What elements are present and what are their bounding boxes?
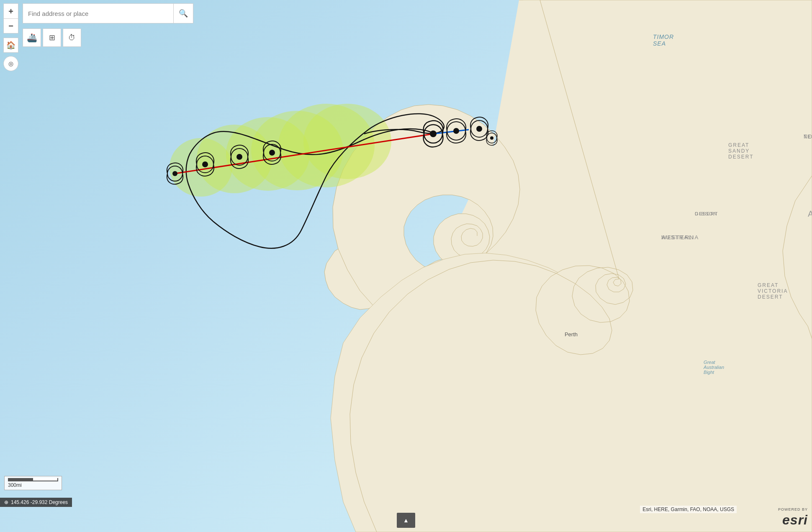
compass-icon: ◎ bbox=[8, 60, 13, 67]
search-input[interactable] bbox=[23, 3, 173, 23]
add-layer-button[interactable]: 🚢 bbox=[23, 28, 41, 47]
zoom-controls: + − bbox=[3, 3, 18, 33]
coordinates-icon: ⊕ bbox=[4, 499, 8, 505]
basemap-icon: ⊞ bbox=[49, 33, 55, 42]
expand-button[interactable]: ▲ bbox=[397, 513, 415, 528]
time-button[interactable]: ⏱ bbox=[63, 28, 81, 47]
coordinates-bar: ⊕ 145.426 -29.932 Degrees bbox=[0, 498, 72, 507]
zoom-in-button[interactable]: + bbox=[3, 3, 18, 18]
search-bar: 🔍 bbox=[23, 3, 193, 23]
map-background bbox=[0, 0, 812, 532]
toolbar: + − 🔍 🚢 ⊞ ⏱ 🏠 ◎ bbox=[0, 0, 7, 7]
search-icon: 🔍 bbox=[179, 9, 188, 18]
esri-branding: POWERED BY esri bbox=[778, 507, 808, 528]
zoom-out-button[interactable]: − bbox=[3, 18, 18, 33]
map-container: Timor Sea GREAT SANDY DESERT NORTHERN TE… bbox=[0, 0, 812, 532]
basemap-button[interactable]: ⊞ bbox=[43, 28, 61, 47]
great-australian-bight-label: Great Australian Bight bbox=[704, 360, 724, 375]
scale-bar: 300mi bbox=[4, 476, 62, 490]
attribution: Esri, HERE, Garmin, FAO, NOAA, USGS bbox=[640, 506, 737, 513]
tool-buttons: 🚢 ⊞ ⏱ bbox=[23, 28, 81, 47]
expand-icon: ▲ bbox=[403, 517, 409, 524]
perth-label: Perth bbox=[565, 330, 578, 338]
esri-logo-text: esri bbox=[782, 512, 808, 528]
compass-button[interactable]: ◎ bbox=[3, 56, 18, 71]
scale-label: 300mi bbox=[8, 482, 22, 488]
add-layer-icon: 🚢 bbox=[27, 33, 37, 43]
powered-by-label: POWERED BY bbox=[778, 507, 808, 512]
home-button[interactable]: 🏠 bbox=[3, 38, 18, 53]
time-icon: ⏱ bbox=[68, 33, 76, 42]
search-button[interactable]: 🔍 bbox=[173, 3, 193, 23]
coordinates-value: 145.426 -29.932 Degrees bbox=[11, 499, 68, 505]
home-icon: 🏠 bbox=[6, 41, 15, 50]
